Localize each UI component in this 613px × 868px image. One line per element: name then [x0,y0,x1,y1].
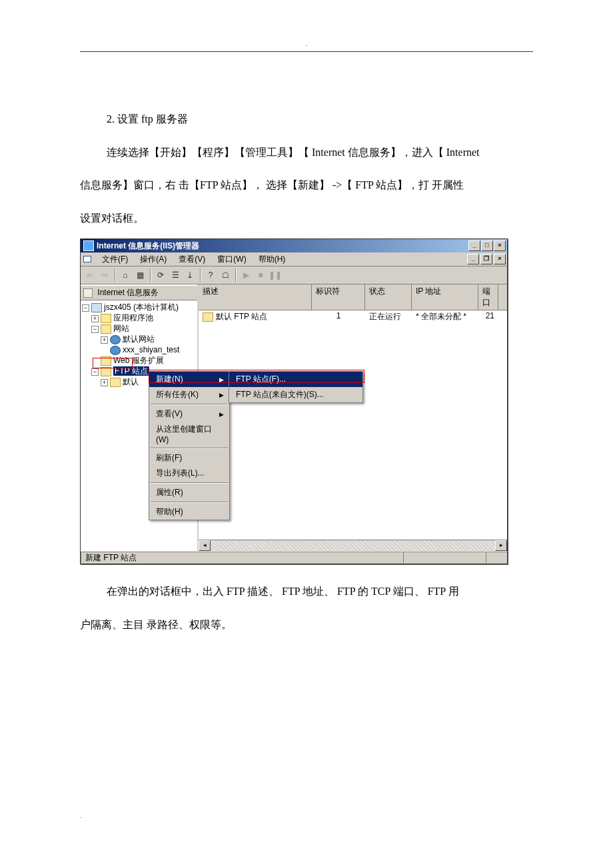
ctx-view[interactable]: 查看(V) ▶ [149,406,229,422]
ctx-view-label: 查看(V) [156,408,183,420]
mdi-close-button[interactable]: × [494,254,506,264]
folder-icon [101,324,111,334]
play-button[interactable]: ▶ [239,268,253,282]
ctx-export-label: 导出列表(L)... [156,468,205,479]
folder-icon [110,378,121,387]
tree-node-default-site[interactable]: +默认网站 [82,334,196,344]
tree-node-app-pool[interactable]: +应用程序池 [82,312,196,323]
toolbar: ⇦ ⇨ ⌂ ▦ ⟳ ☰ ⤓ ? ☖ ▶ ■ ❚❚ [81,266,507,284]
status-grip [486,552,507,564]
ctx-refresh-label: 刷新(F) [156,452,182,464]
menu-window[interactable]: 窗口(W) [212,252,251,266]
ctx-help-label: 帮助(H) [156,506,183,518]
window-title: Internet 信息服务(IIS)管理器 [97,240,468,252]
header-rule [80,51,533,52]
tree-node-computer[interactable]: −jszx405 (本地计算机) [82,302,196,312]
help-toolbar-button[interactable]: ? [204,268,217,282]
status-text: 新建 FTP 站点 [81,552,403,564]
status-cell-2 [403,552,486,564]
ctx-tasks[interactable]: 所有任务(K) ▶ [149,387,229,402]
ctx-new[interactable]: 新建(N) ▶ [149,372,229,387]
footer-dot: . [80,812,533,819]
ctx-refresh[interactable]: 刷新(F) [149,450,229,466]
paragraph-2: 信息服务】窗口，右 击【FTP 站点】， 选择【新建】 ->【 FTP 站点】，… [80,171,533,199]
col-status[interactable]: 状态 [365,284,412,310]
paragraph-3: 设置对话框。 [80,205,533,232]
list-header: 描述 标识符 状态 IP 地址 端口 [199,284,507,310]
tree-node-xxx-site[interactable]: xxx_shiyan_test [82,344,196,355]
col-identifier[interactable]: 标识符 [312,284,365,310]
ctx-help[interactable]: 帮助(H) [149,504,229,520]
minimize-button[interactable]: _ [468,240,480,251]
paragraph-4: 在弹出的对话框中，出入 FTP 描述、 FTP 地址、 FTP 的 TCP 端口… [80,578,533,606]
menu-bar: 文件(F) 操作(A) 查看(V) 窗口(W) 帮助(H) _ ❐ × [81,252,507,266]
iis-manager-window: Internet 信息服务(IIS)管理器 _ □ × 文件(F) 操作(A) … [80,238,508,564]
cell-stat: 正在运行 [365,311,412,322]
mdi-restore-button[interactable]: ❐ [480,254,492,264]
context-submenu: FTP 站点(F)... FTP 站点(来自文件)(S)... [229,371,363,403]
chevron-right-icon: ▶ [219,376,224,383]
paragraph-1: 连续选择【开始】【程序】【管理工具】【 Internet 信息服务】，进入【 I… [80,139,533,167]
back-button[interactable]: ⇦ [83,268,97,282]
ctx-export[interactable]: 导出列表(L)... [149,466,229,481]
cell-id: 1 [312,311,365,322]
separator [151,482,228,484]
properties-toolbar-button[interactable]: ☰ [169,268,182,282]
folder-icon [203,312,213,322]
globe-icon [110,346,121,355]
ctx-newwin-label: 从这里创建窗口(W) [156,424,224,444]
ctx-properties[interactable]: 属性(R) [149,485,229,500]
tree-header-label: Internet 信息服务 [97,288,159,297]
folder-icon [101,356,111,366]
context-menu: 新建(N) ▶ 所有任务(K) ▶ 查看(V) ▶ 从这里创建窗口(W) 刷新( [149,371,230,520]
folder-icon [101,314,111,323]
app-icon [83,240,94,251]
mdi-minimize-button[interactable]: _ [467,254,479,264]
list-pane: 描述 标识符 状态 IP 地址 端口 默认 FTP 站点 1 正在运行 * 全部… [199,284,507,551]
scroll-right-button[interactable]: ▸ [495,540,507,551]
stop-button[interactable]: ■ [254,268,267,282]
submenu-ftp-site-label: FTP 站点(F)... [236,374,286,385]
separator [151,448,228,449]
refresh-toolbar-button[interactable]: ⟳ [154,268,167,282]
up-button[interactable]: ⌂ [119,268,132,282]
header-dot: . [80,40,533,47]
cell-port: 21 [478,311,498,322]
submenu-ftp-site[interactable]: FTP 站点(F)... [229,372,362,387]
tree-node-web-ext[interactable]: Web 服务扩展 [82,355,196,366]
ctx-props-label: 属性(R) [156,487,183,498]
scroll-track[interactable] [211,541,495,550]
task-toolbar-button[interactable]: ☖ [219,268,232,282]
horizontal-scrollbar[interactable]: ◂ ▸ [199,540,507,551]
list-row[interactable]: 默认 FTP 站点 1 正在运行 * 全部未分配 * 21 [199,310,507,323]
col-port[interactable]: 端口 [478,284,498,310]
menu-file[interactable]: 文件(F) [97,252,133,266]
close-button[interactable]: × [494,240,506,251]
ctx-newwin[interactable]: 从这里创建窗口(W) [149,422,229,446]
server-icon [83,288,93,298]
step-title: 2. 设置 ftp 服务器 [80,105,533,133]
menu-help[interactable]: 帮助(H) [253,252,291,266]
menu-view[interactable]: 查看(V) [173,252,211,266]
submenu-ftp-site-file-label: FTP 站点(来自文件)(S)... [236,389,324,400]
export-toolbar-button[interactable]: ⤓ [183,268,197,282]
tree-node-sites[interactable]: −网站 [82,323,196,334]
computer-icon [91,303,102,312]
maximize-button[interactable]: □ [481,240,493,251]
paragraph-5: 户隔离、主目 录路径、权限等。 [80,611,533,639]
show-hide-tree-button[interactable]: ▦ [133,268,147,282]
forward-button[interactable]: ⇨ [98,268,111,282]
folder-icon [101,367,111,376]
col-description[interactable]: 描述 [199,284,312,310]
ctx-new-label: 新建(N) [156,374,183,385]
mdi-icon [82,254,93,264]
window-titlebar: Internet 信息服务(IIS)管理器 _ □ × [81,239,507,252]
status-bar: 新建 FTP 站点 [81,551,507,564]
cell-desc: 默认 FTP 站点 [216,312,267,321]
pause-button[interactable]: ❚❚ [269,268,282,282]
chevron-right-icon: ▶ [219,411,224,418]
scroll-left-button[interactable]: ◂ [199,540,211,551]
col-ip[interactable]: IP 地址 [412,284,478,310]
menu-action[interactable]: 操作(A) [135,252,172,266]
submenu-ftp-site-file[interactable]: FTP 站点(来自文件)(S)... [229,387,362,402]
